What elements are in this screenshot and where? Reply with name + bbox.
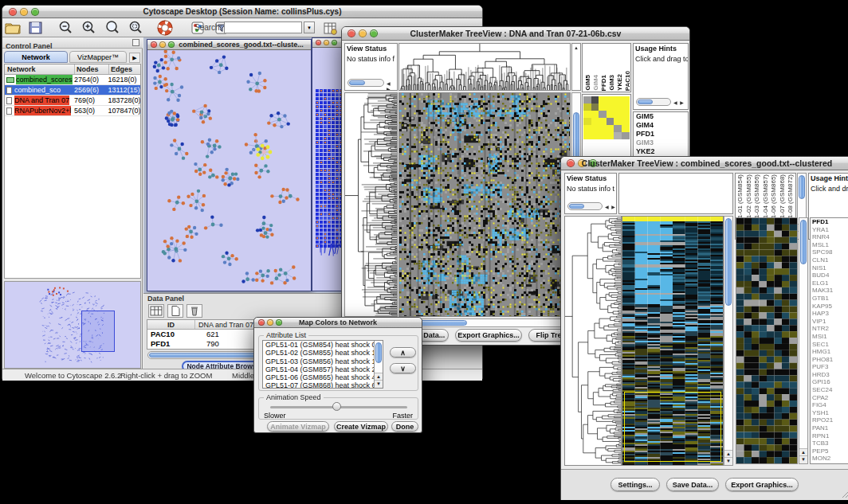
close-button[interactable] (151, 41, 157, 48)
settings-button[interactable]: Settings... (610, 478, 660, 491)
scroll-down-icon[interactable]: ▼ (375, 380, 383, 388)
gene-label[interactable]: PAN1 (811, 424, 848, 432)
column-dendrogram-panel[interactable] (618, 173, 733, 214)
gene-label[interactable]: RPO21 (811, 416, 848, 424)
zoom-in-icon[interactable] (80, 20, 98, 36)
matrix-cell[interactable] (583, 125, 591, 132)
attribute-item[interactable]: GPL51-01 (GSM854) heat shock 05 min (263, 341, 375, 349)
global-heatmap-canvas[interactable] (399, 93, 570, 316)
matrix-cell[interactable] (614, 111, 622, 118)
gene-label[interactable]: HRD3 (811, 371, 848, 379)
row-label[interactable]: YKE2 (634, 147, 688, 156)
scroll-down-icon[interactable]: ▼ (724, 457, 732, 465)
attr-col-id[interactable]: ID (147, 320, 195, 329)
usage-scrollbar[interactable] (636, 98, 671, 106)
matrix-cell[interactable] (607, 125, 614, 132)
gene-label[interactable]: SEC1 (811, 341, 848, 349)
tab-network[interactable]: Network (4, 51, 68, 63)
network-row[interactable]: DNA and Tran 07769(0)183728(0) (5, 96, 140, 106)
gene-label[interactable]: MAK31 (811, 287, 848, 295)
gene-label[interactable]: SPC98 (811, 248, 848, 256)
matrix-cell[interactable] (607, 104, 614, 111)
network-row[interactable]: combined_sco2569(6)13112(15) (5, 85, 140, 96)
row-dendrogram-canvas[interactable] (565, 217, 621, 465)
gene-label[interactable]: SEC24 (811, 386, 848, 394)
heatmap-selection-rect[interactable] (624, 392, 721, 462)
matrix-cell[interactable] (622, 111, 630, 118)
new-attribute-icon[interactable] (167, 304, 183, 318)
heatmap-vscrollbar[interactable]: ▲ ▼ (724, 216, 733, 466)
attribute-item[interactable]: GPL51-07 (GSM868) heat shock 60 min (263, 381, 375, 389)
gene-label[interactable]: PFD1 (811, 218, 848, 226)
gene-label[interactable]: BUD4 (811, 272, 848, 279)
gene-label[interactable]: NTR2 (811, 325, 848, 333)
column-label[interactable]: PFD1 (600, 75, 608, 91)
matrix-cell[interactable] (622, 132, 630, 139)
overview-viewport-rect[interactable] (81, 311, 115, 352)
cytoscape-titlebar[interactable]: Cytoscape Desktop (Session Name: collins… (2, 6, 482, 18)
tab-overflow-arrow-icon[interactable]: ▶ (129, 53, 140, 63)
zoom-vscrollbar[interactable]: ▲ ▼ (799, 217, 808, 464)
attribute-item[interactable]: GPL51-03 (GSM856) heat shock 15 min (263, 357, 375, 365)
gene-label[interactable]: GTB1 (811, 295, 848, 303)
gene-label[interactable]: HMG1 (811, 348, 848, 356)
gene-label[interactable]: CPA2 (811, 394, 848, 402)
matrix-cell[interactable] (614, 96, 622, 104)
view-status-scrollbar[interactable] (567, 202, 603, 210)
scroll-arrows-icon[interactable]: ◀ ▶ (673, 100, 685, 105)
column-label[interactable]: GIM5 (584, 75, 592, 91)
attribute-table-icon[interactable] (321, 21, 339, 37)
matrix-cell[interactable] (599, 111, 607, 118)
gene-label[interactable]: TCB3 (811, 440, 848, 447)
matrix-cell[interactable] (607, 111, 614, 118)
animate-vizmap-button[interactable]: Animate Vizmap (267, 421, 329, 432)
attribute-item[interactable]: GPL51-06 (GSM865) heat shock 40 min (263, 373, 375, 381)
matrix-cell[interactable] (622, 125, 630, 132)
attribute-item[interactable]: GPL51-04 (GSM857) heat shock 20 min (263, 365, 375, 373)
scroll-down-icon[interactable]: ▼ (799, 455, 807, 463)
zoom-fit-icon[interactable] (104, 20, 122, 36)
matrix-cell[interactable] (591, 111, 599, 118)
matrix-cell[interactable] (622, 104, 630, 111)
row-label[interactable]: PFD1 (634, 130, 688, 139)
matrix-cell[interactable] (591, 132, 599, 139)
network-canvas[interactable] (147, 50, 311, 291)
zoom-matrix-grid[interactable] (583, 96, 630, 139)
row-dendrogram-canvas[interactable] (345, 93, 397, 316)
row-label[interactable]: GIM4 (634, 121, 688, 130)
network-table-header[interactable]: Network Nodes Edges (5, 64, 140, 75)
gene-label[interactable]: GPI16 (811, 378, 848, 386)
gene-label[interactable]: PUF3 (811, 363, 848, 371)
gene-label[interactable]: ELG1 (811, 279, 848, 287)
column-dendrogram-canvas[interactable] (399, 44, 570, 90)
save-icon[interactable] (27, 20, 45, 36)
matrix-cell[interactable] (599, 132, 607, 139)
gene-label[interactable]: NIS1 (811, 264, 848, 272)
gene-label[interactable]: RNR4 (811, 233, 848, 241)
scroll-arrows-icon[interactable]: ◀ ▶ (387, 80, 397, 91)
network-view-titlebar[interactable]: combined_scores_good.txt--cluste... (147, 40, 311, 50)
matrix-cell[interactable] (591, 118, 599, 125)
col-edges[interactable]: Edges (109, 64, 140, 74)
gene-label[interactable]: MSI1 (811, 333, 848, 341)
view-status-scrollbar[interactable] (347, 79, 384, 87)
row-label[interactable]: GIM5 (634, 112, 688, 121)
zoom-selected-icon[interactable] (128, 20, 145, 36)
help-lifesaver-icon[interactable] (156, 20, 174, 36)
matrix-cell[interactable] (607, 96, 614, 104)
gene-label[interactable]: CLN1 (811, 256, 848, 264)
col-network[interactable]: Network (5, 64, 75, 74)
treeview-dna-titlebar[interactable]: ClusterMaker TreeView : DNA and Tran 07-… (342, 27, 689, 41)
search-input[interactable] (224, 21, 302, 33)
minimize-button[interactable] (159, 41, 166, 48)
scroll-arrows-icon[interactable]: ◀ ▶ (605, 204, 616, 209)
matrix-cell[interactable] (583, 132, 591, 139)
gene-label[interactable]: PHO81 (811, 356, 848, 364)
scroll-up-icon[interactable]: ▲ (574, 45, 579, 50)
gene-label[interactable]: MON2 (811, 455, 848, 463)
column-label[interactable]: PAC10 (624, 71, 631, 91)
matrix-cell[interactable] (583, 96, 591, 104)
matrix-cell[interactable] (599, 125, 607, 132)
save-data-button[interactable]: Save Data... (666, 478, 719, 491)
move-down-button[interactable]: ∨ (390, 363, 416, 373)
